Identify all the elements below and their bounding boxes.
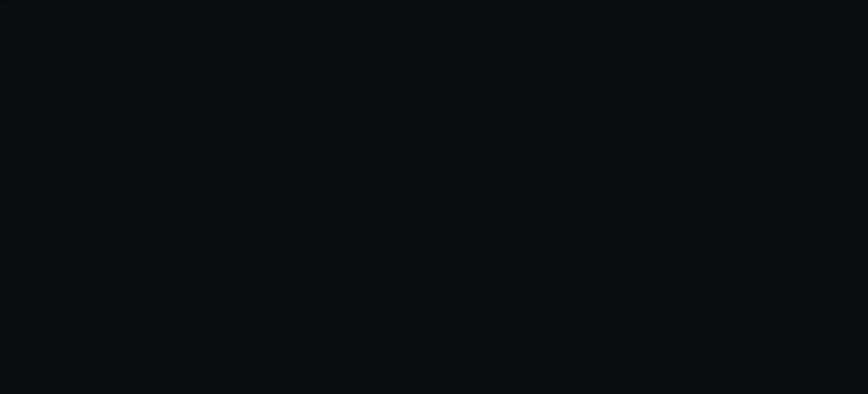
grafana-dashboard: Total Throughput 00:0000:1000:2000:3000:… xyxy=(0,6,5,7)
